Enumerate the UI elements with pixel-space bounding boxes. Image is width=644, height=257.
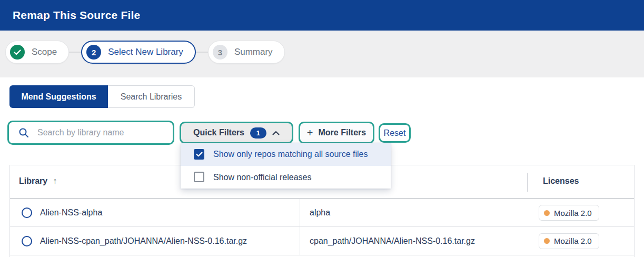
column-header-library[interactable]: Library ↑: [19, 176, 57, 186]
step-select-new-library-label: Select New Library: [108, 47, 183, 57]
step-complete-check-icon: [10, 45, 25, 60]
more-filters-button[interactable]: + More Filters: [299, 122, 374, 144]
checkbox-checked-icon[interactable]: [194, 149, 204, 160]
step-connector: [196, 52, 208, 53]
menu-item-show-matching-repos[interactable]: Show only repos matching all source file…: [181, 143, 391, 166]
library-name-cell: Alien-NSS-alpha: [40, 208, 102, 218]
dialog-title: Remap This Source File: [13, 9, 140, 22]
step-scope[interactable]: Scope: [5, 41, 69, 64]
table-row[interactable]: Alien-NSS-cpan_path/JOHANNA/Alien-NSS-0.…: [10, 227, 634, 255]
step-2-number: 2: [86, 45, 101, 60]
suggestion-tabs: Mend Suggestions Search Libraries: [9, 85, 195, 108]
chevron-up-icon: [272, 131, 280, 135]
column-divider: [300, 227, 300, 255]
menu-item-label: Show only repos matching all source file…: [213, 149, 368, 160]
library-search-box[interactable]: [7, 121, 174, 145]
license-badge: Mozilla 2.0: [539, 205, 599, 221]
quick-filters-menu: Show only repos matching all source file…: [181, 143, 391, 189]
filter-toolbar: Quick Filters 1 + More Filters Reset: [0, 121, 644, 145]
step-summary-label: Summary: [234, 47, 273, 57]
license-badge: Mozilla 2.0: [539, 233, 599, 249]
quick-filters-label: Quick Filters: [193, 128, 244, 137]
step-select-new-library[interactable]: 2 Select New Library: [81, 41, 196, 64]
checkbox-unchecked-icon[interactable]: [194, 172, 204, 182]
column-divider: [300, 199, 300, 226]
row-radio-button[interactable]: [22, 236, 32, 246]
license-name: Mozilla 2.0: [554, 209, 592, 218]
column-header-licenses: Licenses: [543, 176, 579, 186]
library-name-cell: Alien-NSS-cpan_path/JOHANNA/Alien-NSS-0.…: [40, 236, 247, 246]
reset-label: Reset: [384, 128, 406, 138]
license-name: Mozilla 2.0: [554, 236, 592, 245]
license-risk-dot-icon: [544, 210, 550, 216]
library-column-label: Library: [19, 176, 47, 186]
tab-mend-suggestions[interactable]: Mend Suggestions: [9, 85, 108, 108]
table-row[interactable]: Alien-NSS-alpha alpha Mozilla 2.0: [10, 199, 634, 227]
stepper-strip: Scope 2 Select New Library 3 Summary: [0, 31, 644, 77]
tab-search-libraries[interactable]: Search Libraries: [108, 85, 195, 108]
reset-filters-button[interactable]: Reset: [379, 123, 411, 143]
search-input[interactable]: [37, 128, 166, 137]
column-divider: [527, 173, 528, 192]
step-3-number: 3: [213, 45, 227, 60]
step-scope-label: Scope: [32, 47, 57, 57]
step-summary[interactable]: 3 Summary: [208, 41, 285, 64]
quick-filters-button[interactable]: Quick Filters 1: [180, 122, 293, 144]
search-icon: [18, 127, 29, 138]
row-radio-button[interactable]: [22, 207, 32, 218]
plus-icon: +: [307, 127, 313, 138]
license-risk-dot-icon: [544, 238, 550, 244]
menu-item-label: Show non-official releases: [213, 172, 311, 183]
step-connector: [69, 52, 81, 53]
library-version-cell: alpha: [310, 208, 330, 218]
sort-ascending-icon: ↑: [53, 176, 57, 186]
quick-filters-count-badge: 1: [250, 127, 266, 139]
dialog-titlebar: Remap This Source File: [0, 0, 644, 31]
menu-item-show-non-official[interactable]: Show non-official releases: [181, 166, 391, 189]
more-filters-label: More Filters: [319, 128, 366, 137]
library-version-cell: cpan_path/JOHANNA/Alien-NSS-0.16.tar.gz: [310, 236, 475, 246]
stepper: Scope 2 Select New Library 3 Summary: [5, 41, 285, 64]
